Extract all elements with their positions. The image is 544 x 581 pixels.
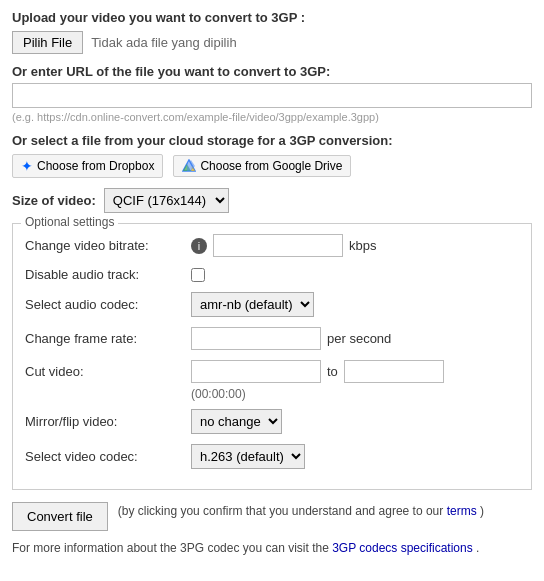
optional-legend: Optional settings [21, 215, 118, 229]
optional-settings: Optional settings Change video bitrate: … [12, 223, 532, 490]
size-select[interactable]: QCIF (176x144) SQCIF (128x96) CIF (352x2… [104, 188, 229, 213]
info-icon[interactable]: i [191, 238, 207, 254]
gdrive-button[interactable]: Choose from Google Drive [173, 155, 351, 177]
bitrate-row: Change video bitrate: i kbps [25, 234, 519, 257]
audio-codec-label: Select audio codec: [25, 297, 185, 312]
video-codec-select[interactable]: h.263 (default) h.264 mpeg4 xvid [191, 444, 305, 469]
footer: For more information about the 3PG codec… [12, 541, 532, 555]
no-file-label: Tidak ada file yang dipilih [91, 35, 237, 50]
bitrate-label: Change video bitrate: [25, 238, 185, 253]
framerate-unit: per second [327, 331, 391, 346]
footer-link[interactable]: 3GP codecs specifications [332, 541, 473, 555]
footer-end: . [476, 541, 479, 555]
bitrate-unit: kbps [349, 238, 376, 253]
audio-codec-row: Select audio codec: amr-nb (default) aac… [25, 292, 519, 317]
cut-label: Cut video: [25, 364, 185, 379]
convert-note-end: ) [480, 504, 484, 518]
url-example: (e.g. https://cdn.online-convert.com/exa… [12, 111, 532, 123]
convert-button[interactable]: Convert file [12, 502, 108, 531]
url-label: Or enter URL of the file you want to con… [12, 64, 532, 79]
choose-file-button[interactable]: Pilih File [12, 31, 83, 54]
mirror-select[interactable]: no change horizontal vertical both [191, 409, 282, 434]
footer-text: For more information about the 3PG codec… [12, 541, 329, 555]
mirror-label: Mirror/flip video: [25, 414, 185, 429]
disable-audio-label: Disable audio track: [25, 267, 185, 282]
gdrive-icon [182, 159, 196, 173]
cut-video-row: Cut video: to [25, 360, 519, 383]
disable-audio-row: Disable audio track: [25, 267, 519, 282]
size-label: Size of video: [12, 193, 96, 208]
cut-start-input[interactable] [191, 360, 321, 383]
upload-row: Pilih File Tidak ada file yang dipilih [12, 31, 532, 54]
cut-hint: (00:00:00) [191, 387, 519, 401]
upload-title: Upload your video you want to convert to… [12, 10, 532, 25]
url-section: Or enter URL of the file you want to con… [12, 64, 532, 123]
upload-section: Upload your video you want to convert to… [12, 10, 532, 54]
cloud-buttons: ✦ Choose from Dropbox Choose from Google… [12, 154, 532, 178]
convert-note: (by clicking you confirm that you unders… [118, 502, 484, 520]
dropbox-label: Choose from Dropbox [37, 159, 154, 173]
cut-to-label: to [327, 364, 338, 379]
framerate-row: Change frame rate: per second [25, 327, 519, 350]
framerate-label: Change frame rate: [25, 331, 185, 346]
dropbox-icon: ✦ [21, 158, 33, 174]
convert-row: Convert file (by clicking you confirm th… [12, 502, 532, 531]
cloud-label: Or select a file from your cloud storage… [12, 133, 532, 148]
terms-link[interactable]: terms [447, 504, 477, 518]
disable-audio-checkbox[interactable] [191, 268, 205, 282]
gdrive-label: Choose from Google Drive [200, 159, 342, 173]
bitrate-input[interactable] [213, 234, 343, 257]
convert-note-text: (by clicking you confirm that you unders… [118, 504, 444, 518]
mirror-row: Mirror/flip video: no change horizontal … [25, 409, 519, 434]
framerate-input[interactable] [191, 327, 321, 350]
cut-end-input[interactable] [344, 360, 444, 383]
video-codec-label: Select video codec: [25, 449, 185, 464]
cloud-section: Or select a file from your cloud storage… [12, 133, 532, 178]
audio-codec-select[interactable]: amr-nb (default) aac mp3 none [191, 292, 314, 317]
dropbox-button[interactable]: ✦ Choose from Dropbox [12, 154, 163, 178]
video-codec-row: Select video codec: h.263 (default) h.26… [25, 444, 519, 469]
size-row: Size of video: QCIF (176x144) SQCIF (128… [12, 188, 532, 213]
url-input[interactable] [12, 83, 532, 108]
